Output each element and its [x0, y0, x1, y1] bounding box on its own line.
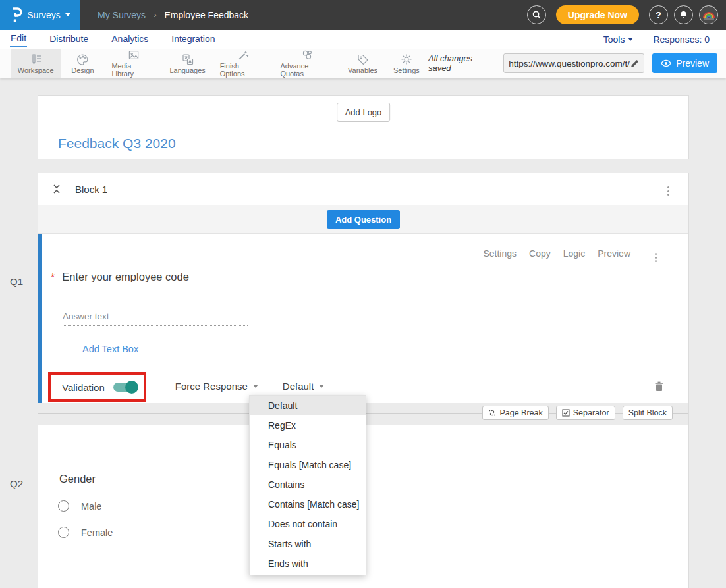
chevron-down-icon — [628, 38, 633, 41]
block-header: Block 1 — [38, 173, 688, 205]
toolbar-item-variables[interactable]: Variables — [341, 49, 385, 78]
questionpro-survey-editor: Surveys My Surveys › Employee Feedback U… — [0, 0, 726, 588]
collapse-block-button[interactable] — [53, 184, 61, 194]
separator-label: Separator — [573, 408, 609, 417]
toolbar-item-label: Advance Quotas — [280, 62, 333, 78]
split-block-button[interactable]: Split Block — [623, 406, 673, 420]
main-nav-tabs: Edit Distribute Analytics Integration To… — [0, 30, 726, 49]
toolbar-item-label: Workspace — [18, 67, 54, 74]
add-logo-button[interactable]: Add Logo — [337, 103, 391, 122]
radio-option-label: Female — [81, 527, 113, 538]
add-text-box-link[interactable]: Add Text Box — [82, 344, 138, 354]
force-response-dropdown[interactable]: Force Response — [175, 381, 258, 394]
question-card-q1: Settings Copy Logic Preview * Enter your… — [38, 234, 688, 403]
notifications-button[interactable] — [674, 5, 693, 24]
page-break-button[interactable]: Page Break — [482, 406, 548, 420]
tools-menu[interactable]: Tools — [603, 34, 634, 45]
validation-type-option[interactable]: Starts with — [250, 534, 366, 554]
validation-type-value: Default — [283, 381, 314, 392]
trash-icon — [655, 381, 663, 392]
question-actions: Settings Copy Logic Preview — [483, 248, 630, 259]
toolbar-item-finish-options[interactable]: Finish Options — [213, 49, 273, 78]
top-header: Surveys My Surveys › Employee Feedback U… — [0, 0, 726, 30]
tab-analytics[interactable]: Analytics — [111, 32, 149, 47]
toolbar-item-label: Media Library — [111, 62, 155, 78]
edit-pencil-icon[interactable] — [630, 59, 639, 68]
collapse-vertical-icon — [53, 184, 61, 194]
validation-type-option[interactable]: Ends with — [250, 554, 366, 574]
validation-type-option[interactable]: Does not contain — [250, 514, 366, 534]
validation-type-option[interactable]: Contains [Match case] — [250, 494, 366, 514]
validation-label: Validation — [62, 382, 105, 393]
preview-button[interactable]: Preview — [652, 53, 717, 73]
responses-count[interactable]: Responses: 0 — [653, 34, 710, 45]
toolbar-item-languages[interactable]: Languages — [163, 49, 213, 78]
question-preview-link[interactable]: Preview — [598, 248, 630, 259]
survey-url-value: https://www.questionpro.com/t/A — [509, 59, 630, 68]
product-name: Surveys — [27, 10, 61, 20]
toolbar-item-advance-quotas[interactable]: Advance Quotas — [273, 49, 341, 78]
radio-option-male[interactable]: Male — [58, 500, 101, 512]
question-text[interactable]: Gender — [59, 473, 96, 485]
toolbar-item-design[interactable]: Design — [61, 49, 104, 78]
question-copy-link[interactable]: Copy — [529, 248, 551, 259]
block-menu-button[interactable] — [663, 182, 673, 200]
delete-question-button[interactable] — [655, 381, 663, 394]
validation-type-option[interactable]: Equals — [250, 435, 366, 455]
question-text[interactable]: Enter your employee code — [62, 271, 189, 283]
radio-option-female[interactable]: Female — [58, 527, 113, 538]
validation-type-option[interactable]: Contains — [250, 475, 366, 494]
tab-distribute[interactable]: Distribute — [49, 32, 89, 47]
question-logic-link[interactable]: Logic — [563, 248, 585, 259]
tab-integration[interactable]: Integration — [171, 32, 215, 47]
separator-button[interactable]: Separator — [556, 406, 615, 420]
radio-button-icon[interactable] — [58, 500, 69, 512]
eye-icon — [661, 59, 671, 67]
variables-icon — [356, 53, 370, 66]
question-settings-link[interactable]: Settings — [483, 248, 517, 259]
breadcrumb-my-surveys[interactable]: My Surveys — [98, 10, 146, 20]
kebab-icon — [667, 186, 669, 188]
validation-type-option[interactable]: RegEx — [250, 415, 366, 435]
search-button[interactable] — [527, 5, 546, 24]
tools-label: Tools — [603, 34, 625, 45]
product-switcher[interactable]: Surveys — [0, 0, 80, 30]
answer-input-underline — [63, 325, 248, 326]
survey-title[interactable]: Feedback Q3 2020 — [58, 136, 176, 151]
validation-type-option[interactable]: Equals [Match case] — [250, 455, 366, 475]
question-number-q1: Q1 — [10, 276, 23, 287]
survey-header-card: Add Logo Feedback Q3 2020 — [38, 95, 689, 159]
checkbox-icon — [562, 409, 570, 417]
block-title[interactable]: Block 1 — [75, 184, 107, 195]
languages-icon — [181, 53, 194, 66]
kebab-icon — [655, 253, 657, 255]
preview-label: Preview — [676, 58, 709, 68]
chevron-down-icon — [319, 385, 324, 388]
insert-buttons: Page Break Separator Split Block — [482, 406, 673, 420]
media-library-icon — [127, 49, 140, 61]
required-asterisk: * — [51, 272, 55, 284]
user-avatar[interactable] — [699, 5, 718, 24]
validation-type-option[interactable]: Default — [250, 396, 366, 415]
design-icon — [76, 53, 89, 66]
question-number-q2: Q2 — [10, 478, 23, 489]
toolbar-item-settings[interactable]: Settings — [385, 49, 428, 78]
answer-text-input[interactable]: Answer text — [63, 311, 109, 321]
editor-toolbar: Workspace Design Media Library Languages — [0, 49, 726, 78]
help-button[interactable]: ? — [649, 5, 668, 24]
tab-edit[interactable]: Edit — [10, 31, 27, 47]
toolbar-item-media-library[interactable]: Media Library — [104, 49, 162, 78]
question-underline — [63, 292, 671, 292]
question-menu-button[interactable] — [651, 249, 661, 266]
add-question-button[interactable]: Add Question — [327, 210, 400, 229]
radio-option-label: Male — [81, 501, 101, 512]
nav-right: Tools Responses: 0 — [603, 34, 716, 45]
validation-toggle[interactable] — [113, 383, 137, 392]
survey-url-field[interactable]: https://www.questionpro.com/t/A — [503, 53, 644, 73]
question-mark-icon: ? — [656, 9, 661, 20]
validation-type-dropdown[interactable]: Default — [283, 381, 325, 394]
radio-button-icon[interactable] — [58, 527, 69, 538]
upgrade-now-button[interactable]: Upgrade Now — [556, 5, 639, 24]
toolbar-item-workspace[interactable]: Workspace — [11, 49, 61, 78]
force-response-label: Force Response — [175, 381, 248, 392]
